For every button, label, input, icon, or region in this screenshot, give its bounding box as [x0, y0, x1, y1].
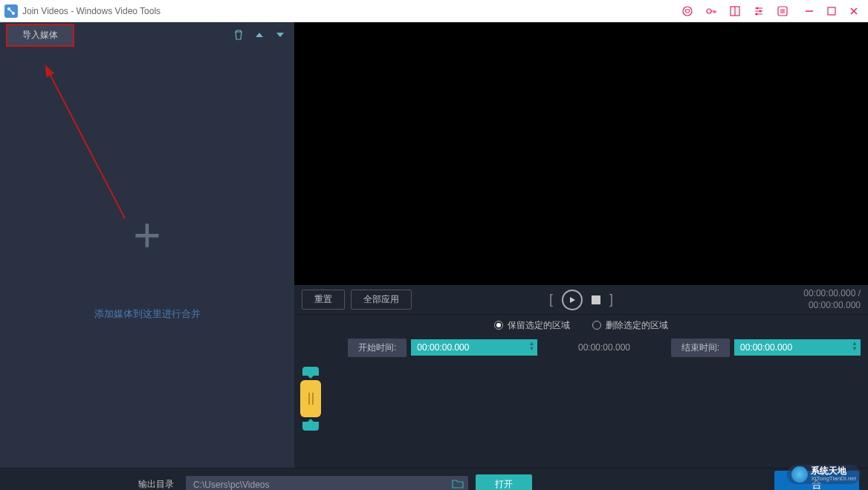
current-time: 00:00:00.000 / [803, 288, 861, 300]
title-tool-icons [681, 4, 789, 18]
window-controls [798, 1, 865, 22]
watermark: 系统天地 XiTongTianDi.net [787, 465, 861, 484]
open-folder-button[interactable]: 打开 [476, 474, 532, 490]
watermark-logo-icon [791, 466, 808, 483]
delete-icon[interactable] [230, 27, 247, 43]
end-time-input[interactable]: 00:00:00.000 ▲▼ [734, 339, 861, 356]
start-time-input[interactable]: 00:00:00.000 ▲▼ [411, 339, 537, 356]
import-media-button[interactable]: 导入媒体 [7, 25, 73, 45]
time-range-row: 开始时间: 00:00:00.000 ▲▼ 00:00:00.000 结束时间:… [294, 336, 868, 359]
reset-button[interactable]: 重置 [302, 290, 345, 310]
media-panel: 导入媒体 + 添加媒体到这里进行合并 [0, 22, 294, 468]
svg-point-6 [757, 7, 759, 9]
bottom-bar: 输出目录 C:\Users\pc\Videos 打开 合 [0, 468, 868, 490]
output-path-input[interactable]: C:\Users\pc\Videos [186, 476, 468, 491]
playback-controls: 重置 全部应用 [ ] 00:00:00.000 / 00:00:00.000 [294, 285, 868, 315]
minimize-button[interactable] [798, 1, 820, 22]
svg-point-3 [707, 9, 711, 13]
mark-out-icon[interactable]: ] [609, 292, 613, 307]
media-toolbar: 导入媒体 [0, 22, 294, 48]
output-dir-label: 输出目录 [138, 478, 174, 490]
radio-unchecked-icon [592, 321, 601, 330]
total-time: 00:00:00.000 [803, 300, 861, 312]
drop-hint-text: 添加媒体到这里进行合并 [94, 307, 201, 321]
spinner-icon[interactable]: ▲▼ [852, 341, 858, 351]
media-drop-area[interactable]: + 添加媒体到这里进行合并 [0, 48, 294, 468]
keep-region-label: 保留选定的区域 [508, 319, 570, 332]
trim-handle[interactable] [300, 367, 321, 431]
svg-rect-11 [828, 7, 835, 15]
time-display: 00:00:00.000 / 00:00:00.000 [803, 288, 861, 311]
handle-top-icon [302, 367, 319, 376]
duration-display: 00:00:00.000 [542, 342, 666, 353]
window-title: Join Videos - Windows Video Tools [22, 6, 681, 16]
video-preview[interactable] [294, 22, 868, 285]
move-down-icon[interactable] [272, 27, 288, 43]
app-icon [4, 4, 18, 18]
editor-panel: 重置 全部应用 [ ] 00:00:00.000 / 00:00:00.000 … [294, 22, 868, 468]
timeline[interactable] [294, 359, 868, 468]
layout-icon[interactable] [728, 4, 742, 18]
delete-region-label: 删除选定的区域 [606, 319, 668, 332]
keep-region-radio[interactable]: 保留选定的区域 [494, 319, 570, 332]
svg-point-2 [683, 7, 692, 16]
handle-grip-icon[interactable] [300, 380, 321, 417]
play-button[interactable] [562, 290, 583, 310]
key-icon[interactable] [705, 4, 718, 18]
close-button[interactable] [843, 1, 865, 22]
apply-all-button[interactable]: 全部应用 [351, 290, 412, 310]
delete-region-radio[interactable]: 删除选定的区域 [592, 319, 668, 332]
svg-point-7 [760, 10, 762, 12]
titlebar: Join Videos - Windows Video Tools [0, 0, 868, 22]
watermark-url: XiTongTianDi.net [811, 476, 856, 483]
cart-icon[interactable] [681, 4, 694, 18]
region-mode-row: 保留选定的区域 删除选定的区域 [294, 315, 868, 336]
folder-icon[interactable] [452, 479, 464, 491]
mark-in-icon[interactable]: [ [549, 292, 553, 307]
settings-icon[interactable] [752, 4, 765, 18]
import-highlight: 导入媒体 [6, 24, 74, 47]
stop-button[interactable] [592, 295, 600, 304]
start-time-label: 开始时间: [348, 339, 407, 357]
maximize-button[interactable] [820, 1, 843, 22]
menu-icon[interactable] [776, 4, 789, 18]
end-time-label: 结束时间: [671, 339, 730, 357]
radio-checked-icon [494, 321, 503, 330]
svg-point-8 [756, 13, 758, 15]
move-up-icon[interactable] [251, 27, 268, 43]
handle-bottom-icon [302, 422, 319, 431]
plus-icon: + [133, 212, 161, 259]
spinner-icon[interactable]: ▲▼ [528, 341, 534, 351]
